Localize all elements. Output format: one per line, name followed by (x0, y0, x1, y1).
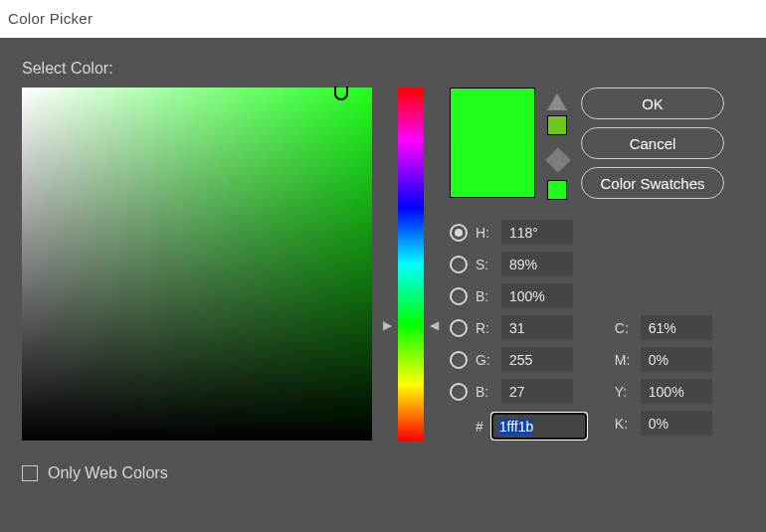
gamut-closest-swatch[interactable] (547, 115, 567, 135)
web-colors-label: Only Web Colors (48, 464, 168, 482)
yellow-input[interactable] (641, 379, 712, 404)
hex-input[interactable] (491, 413, 587, 440)
cancel-button[interactable]: Cancel (581, 127, 724, 159)
brightness-label: B: (476, 288, 493, 304)
magenta-input[interactable] (641, 347, 712, 372)
blue-radio[interactable] (450, 383, 468, 401)
red-radio[interactable] (450, 319, 468, 337)
hex-label: # (476, 419, 483, 435)
color-preview (450, 88, 535, 198)
magenta-label: M: (615, 352, 633, 368)
red-input[interactable] (501, 315, 573, 340)
new-color-swatch (451, 89, 534, 143)
black-label: K: (615, 416, 633, 432)
select-color-label: Select Color: (22, 60, 744, 78)
hue-input[interactable] (501, 220, 573, 245)
saturation-brightness-field[interactable] (22, 88, 372, 441)
black-input[interactable] (641, 411, 712, 436)
ok-button[interactable]: OK (581, 88, 724, 119)
blue-label: B: (476, 384, 493, 400)
color-picker-panel: Select Color: ▶◀ (0, 38, 766, 532)
color-swatches-button[interactable]: Color Swatches (581, 167, 724, 199)
yellow-label: Y: (615, 384, 633, 400)
blue-input[interactable] (501, 379, 573, 404)
web-colors-checkbox[interactable] (22, 465, 38, 481)
current-color-swatch[interactable] (451, 143, 534, 198)
websafe-warning-icon[interactable] (545, 147, 570, 172)
field-cursor-icon (334, 87, 348, 100)
green-input[interactable] (501, 347, 573, 372)
window-title: Color Picker (0, 0, 766, 38)
green-label: G: (476, 352, 493, 368)
saturation-input[interactable] (501, 252, 573, 276)
green-radio[interactable] (450, 351, 468, 369)
gamut-warning-icon[interactable] (547, 93, 567, 110)
hue-label: H: (476, 225, 493, 241)
cyan-label: C: (615, 320, 633, 336)
brightness-radio[interactable] (450, 287, 468, 305)
saturation-radio[interactable] (450, 256, 468, 273)
saturation-label: S: (476, 257, 493, 272)
red-label: R: (476, 320, 493, 336)
websafe-closest-swatch[interactable] (547, 180, 567, 200)
hue-radio[interactable] (450, 224, 468, 242)
hue-slider[interactable] (398, 88, 424, 441)
cyan-input[interactable] (641, 315, 712, 340)
brightness-input[interactable] (501, 283, 573, 308)
